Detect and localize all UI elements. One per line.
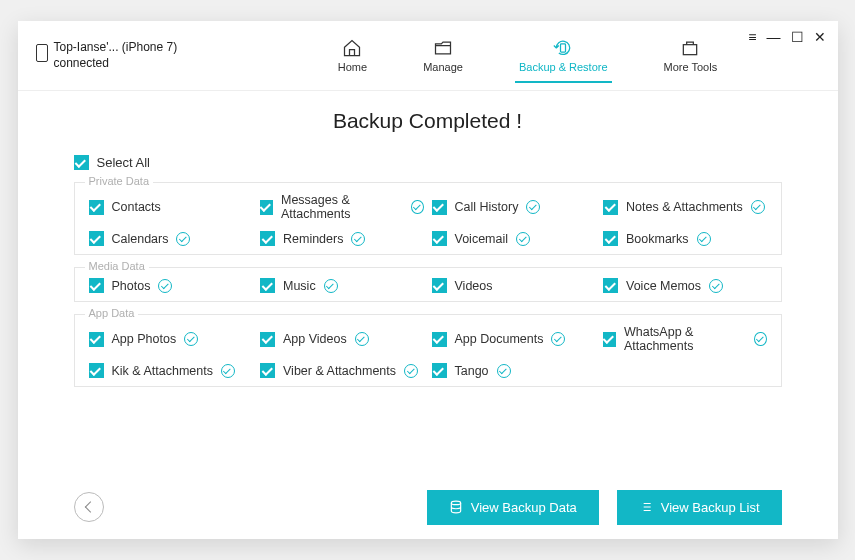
item-label: Call History xyxy=(455,200,519,214)
item-checkbox[interactable] xyxy=(89,363,104,378)
backup-item[interactable]: Viber & Attachments xyxy=(260,363,424,378)
check-circle-icon xyxy=(324,279,338,293)
item-label: Viber & Attachments xyxy=(283,364,396,378)
item-checkbox[interactable] xyxy=(432,363,447,378)
group-app-data: App Data App PhotosApp VideosApp Documen… xyxy=(74,314,782,387)
backup-item[interactable]: Contacts xyxy=(89,193,253,221)
device-info: Top-Ianse'... (iPhone 7) connected xyxy=(36,40,236,71)
select-all-checkbox[interactable] xyxy=(74,155,89,170)
window-controls: ≡ — ☐ ✕ xyxy=(748,29,825,45)
back-button[interactable] xyxy=(74,492,104,522)
check-circle-icon xyxy=(526,200,540,214)
backup-item[interactable]: App Photos xyxy=(89,325,253,353)
group-app-label: App Data xyxy=(85,307,139,319)
item-checkbox[interactable] xyxy=(432,278,447,293)
item-checkbox[interactable] xyxy=(432,200,447,215)
close-button[interactable]: ✕ xyxy=(814,29,826,45)
nav-tabs: Home Manage Backup & Restore More Tools xyxy=(236,28,820,83)
backup-item[interactable]: Bookmarks xyxy=(603,231,767,246)
check-circle-icon xyxy=(551,332,565,346)
item-label: App Photos xyxy=(112,332,177,346)
check-circle-icon xyxy=(184,332,198,346)
view-backup-data-button[interactable]: View Backup Data xyxy=(427,490,599,525)
item-checkbox[interactable] xyxy=(603,200,618,215)
select-all-row[interactable]: Select All xyxy=(74,155,782,170)
item-checkbox[interactable] xyxy=(89,332,104,347)
tab-tools-label: More Tools xyxy=(664,61,718,73)
tab-manage[interactable]: Manage xyxy=(419,28,467,83)
backup-item[interactable]: Voice Memos xyxy=(603,278,767,293)
phone-icon xyxy=(36,44,48,62)
item-checkbox[interactable] xyxy=(89,200,104,215)
backup-item[interactable]: Music xyxy=(260,278,424,293)
check-circle-icon xyxy=(355,332,369,346)
group-media-data: Media Data PhotosMusicVideosVoice Memos xyxy=(74,267,782,302)
item-label: Reminders xyxy=(283,232,343,246)
tab-more-tools[interactable]: More Tools xyxy=(660,28,722,83)
item-checkbox[interactable] xyxy=(260,200,273,215)
svg-rect-0 xyxy=(561,44,566,52)
backup-item[interactable]: Tango xyxy=(432,363,596,378)
minimize-button[interactable]: — xyxy=(767,29,781,45)
tab-home-label: Home xyxy=(338,61,367,73)
item-label: Photos xyxy=(112,279,151,293)
check-circle-icon xyxy=(697,232,711,246)
backup-item[interactable]: Messages & Attachments xyxy=(260,193,424,221)
backup-item[interactable]: WhatsApp & Attachments xyxy=(603,325,767,353)
item-checkbox[interactable] xyxy=(603,332,616,347)
item-checkbox[interactable] xyxy=(432,231,447,246)
check-circle-icon xyxy=(709,279,723,293)
item-checkbox[interactable] xyxy=(603,231,618,246)
item-label: Music xyxy=(283,279,316,293)
select-all-label: Select All xyxy=(97,155,150,170)
item-label: Voice Memos xyxy=(626,279,701,293)
backup-item[interactable]: Kik & Attachments xyxy=(89,363,253,378)
backup-item[interactable]: Reminders xyxy=(260,231,424,246)
item-checkbox[interactable] xyxy=(260,231,275,246)
item-checkbox[interactable] xyxy=(89,231,104,246)
check-circle-icon xyxy=(754,332,766,346)
item-checkbox[interactable] xyxy=(260,363,275,378)
item-label: WhatsApp & Attachments xyxy=(624,325,746,353)
check-circle-icon xyxy=(516,232,530,246)
check-circle-icon xyxy=(404,364,418,378)
backup-item[interactable]: App Videos xyxy=(260,325,424,353)
backup-item[interactable]: App Documents xyxy=(432,325,596,353)
backup-item[interactable]: Photos xyxy=(89,278,253,293)
media-grid: PhotosMusicVideosVoice Memos xyxy=(89,278,767,293)
maximize-button[interactable]: ☐ xyxy=(791,29,804,45)
item-label: Bookmarks xyxy=(626,232,689,246)
group-media-label: Media Data xyxy=(85,260,149,272)
item-label: Notes & Attachments xyxy=(626,200,743,214)
view-list-label: View Backup List xyxy=(661,500,760,515)
svg-point-2 xyxy=(451,501,460,505)
backup-item[interactable]: Voicemail xyxy=(432,231,596,246)
app-grid: App PhotosApp VideosApp DocumentsWhatsAp… xyxy=(89,325,767,378)
header: Top-Ianse'... (iPhone 7) connected Home … xyxy=(18,21,838,91)
backup-item[interactable]: Calendars xyxy=(89,231,253,246)
item-label: App Documents xyxy=(455,332,544,346)
item-checkbox[interactable] xyxy=(603,278,618,293)
tab-backup-restore[interactable]: Backup & Restore xyxy=(515,28,612,83)
backup-item[interactable]: Call History xyxy=(432,193,596,221)
menu-icon[interactable]: ≡ xyxy=(748,29,756,45)
item-checkbox[interactable] xyxy=(260,278,275,293)
app-window: ≡ — ☐ ✕ Top-Ianse'... (iPhone 7) connect… xyxy=(18,21,838,539)
database-icon xyxy=(449,500,463,514)
tab-home[interactable]: Home xyxy=(334,28,371,83)
item-checkbox[interactable] xyxy=(432,332,447,347)
content: Backup Completed ! Select All Private Da… xyxy=(18,91,838,475)
check-circle-icon xyxy=(751,200,765,214)
check-circle-icon xyxy=(176,232,190,246)
backup-item[interactable]: Videos xyxy=(432,278,596,293)
item-checkbox[interactable] xyxy=(260,332,275,347)
tab-manage-label: Manage xyxy=(423,61,463,73)
item-label: Kik & Attachments xyxy=(112,364,213,378)
item-checkbox[interactable] xyxy=(89,278,104,293)
device-status: connected xyxy=(54,56,178,72)
view-backup-list-button[interactable]: View Backup List xyxy=(617,490,782,525)
backup-item[interactable]: Notes & Attachments xyxy=(603,193,767,221)
view-data-label: View Backup Data xyxy=(471,500,577,515)
item-label: Calendars xyxy=(112,232,169,246)
check-circle-icon xyxy=(411,200,423,214)
